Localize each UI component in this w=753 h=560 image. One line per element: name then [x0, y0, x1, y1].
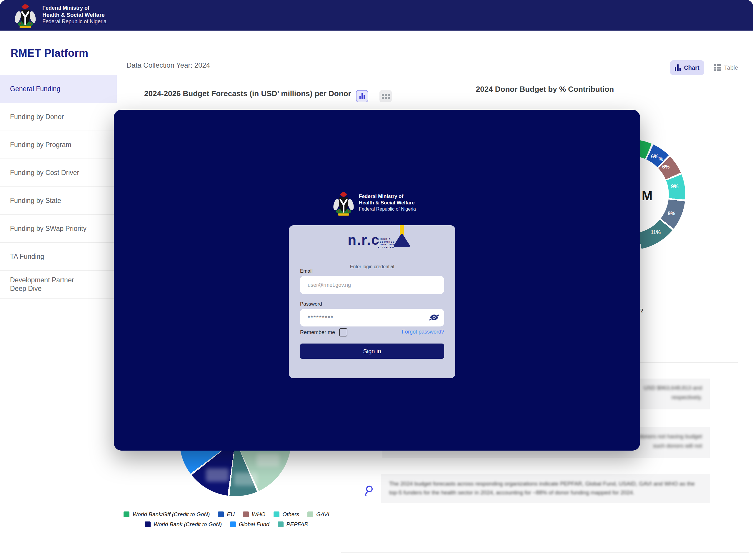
- legend-item: WHO: [243, 511, 265, 518]
- sidebar-menu: General Funding Funding by Donor Funding…: [0, 75, 117, 299]
- sidebar-item-funding-by-donor[interactable]: Funding by Donor: [0, 103, 117, 131]
- donut-slice-label: 6%: [662, 164, 670, 170]
- left-panel-divider: [115, 542, 335, 542]
- nrc-sub-line: PLATFORM: [378, 246, 402, 249]
- legend-swatch: [145, 521, 151, 527]
- donut-slice-label: 9%: [671, 183, 678, 190]
- chart-toggle-label: Chart: [684, 64, 699, 71]
- ministry-line3: Federal Republic of Nigeria: [359, 206, 416, 212]
- sidebar-item-ta-funding[interactable]: TA Funding: [0, 243, 117, 271]
- legend-swatch: [308, 512, 313, 517]
- legend-row-2: World Bank (Credit to GoN) Global Fund P…: [145, 521, 308, 528]
- legend-row-1: World Bank/Gff (Credit to GoN) EU WHO Ot…: [123, 511, 329, 518]
- sidebar-item-label: Funding by Cost Driver: [10, 168, 79, 177]
- rmet-dashboard-with-login-modal: Federal Ministry of Health & Social Welf…: [0, 0, 753, 560]
- sidebar-item-label: Development Partner Deep Dive: [10, 276, 83, 293]
- right-panel-bottom-divider: [341, 552, 749, 553]
- password-field[interactable]: [300, 309, 444, 326]
- ministry-line2: Health & Social Welfare: [42, 12, 106, 19]
- ministry-line3: Federal Republic of Nigeria: [42, 18, 106, 25]
- legend-label: Others: [282, 511, 299, 518]
- legend-item: PEPFAR: [278, 521, 309, 528]
- table-grid-icon: [382, 94, 390, 99]
- bar-chart-icon: [359, 93, 365, 99]
- bar-chart-icon: [675, 64, 681, 71]
- ministry-line1: Federal Ministry of: [42, 5, 106, 12]
- sidebar-item-label: Funding by State: [10, 197, 61, 205]
- legend-label: GAVI: [316, 511, 329, 518]
- right-chart-title: 2024 Donor Budget by % Contribution: [341, 85, 749, 94]
- legend-item: GAVI: [308, 511, 329, 518]
- data-collection-year-label: Data Collection Year: 2024: [126, 61, 210, 69]
- donut-slice-label: 6%: [651, 154, 658, 160]
- remember-me-label: Remember me: [300, 329, 335, 336]
- donut-slice-label: 11%: [651, 229, 661, 236]
- nrc-sub-line: COORDINATION: [378, 243, 402, 246]
- search-magnifier-icon[interactable]: [363, 485, 374, 498]
- sidebar-item-general-funding[interactable]: General Funding: [0, 75, 117, 103]
- sidebar-item-label: Funding by SWap Priority: [10, 224, 86, 233]
- nigeria-coat-of-arms-icon: [12, 2, 38, 29]
- sidebar-item-development-partner-deep-dive[interactable]: Development Partner Deep Dive: [0, 271, 117, 299]
- legend-label: WHO: [252, 511, 265, 518]
- legend-item: EU: [218, 511, 234, 518]
- sidebar-item-label: Funding by Donor: [10, 113, 64, 121]
- legend-swatch: [278, 521, 283, 527]
- legend-label: PEPFAR: [286, 521, 309, 528]
- sidebar-item-label: General Funding: [10, 85, 60, 93]
- nigeria-coat-of-arms-icon: [331, 190, 356, 217]
- legend-item: Global Fund: [230, 521, 270, 528]
- view-toggle-chart[interactable]: Chart: [670, 60, 704, 75]
- donut-center-value: M: [642, 188, 653, 203]
- pie-label-blurred: [234, 473, 257, 485]
- email-field[interactable]: [300, 276, 444, 294]
- legend-label: World Bank (Credit to GoN): [154, 521, 222, 528]
- sidebar-item-label: Funding by Program: [10, 141, 71, 149]
- table-toggle-label: Table: [724, 64, 738, 71]
- finding-block-3: The 2024 budget forecasts across respond…: [381, 474, 710, 503]
- sidebar-item-funding-by-cost-driver[interactable]: Funding by Cost Driver: [0, 159, 117, 187]
- sidebar-item-funding-by-state[interactable]: Funding by State: [0, 187, 117, 215]
- pie-label-blurred: [206, 468, 229, 482]
- login-card: n.r.c NIGERIA RESOURCE COORDINATION PLAT…: [289, 225, 455, 378]
- login-modal: Federal Ministry of Health & Social Welf…: [114, 110, 640, 451]
- legend-label: World Bank/Gff (Credit to GoN): [132, 511, 210, 518]
- legend-item: World Bank/Gff (Credit to GoN): [123, 511, 210, 518]
- sidebar-item-label: TA Funding: [10, 252, 44, 261]
- email-label: Email: [300, 268, 313, 274]
- legend-swatch: [123, 512, 130, 517]
- left-chart-title: 2024-2026 Budget Forecasts (in USD’ mill…: [144, 89, 353, 98]
- remember-me-checkbox[interactable]: [339, 328, 348, 337]
- forgot-password-link[interactable]: Forgot password?: [402, 329, 444, 335]
- legend-swatch: [274, 512, 279, 517]
- password-label: Password: [300, 301, 322, 307]
- pie-label-blurred: [257, 454, 279, 466]
- remember-me-row: Remember me: [300, 328, 348, 337]
- finding-text: The 2024 budget forecasts across respond…: [389, 479, 702, 497]
- legend-item: Others: [274, 511, 299, 518]
- legend-swatch: [218, 512, 224, 517]
- donut-slice-label: %: [659, 156, 663, 162]
- sign-in-button[interactable]: Sign in: [300, 343, 444, 359]
- view-toggle-table[interactable]: Table: [708, 60, 744, 75]
- nrc-sub-line: RESOURCE: [378, 241, 402, 243]
- ministry-brand: Federal Ministry of Health & Social Welf…: [359, 193, 416, 212]
- eye-off-icon[interactable]: [430, 314, 439, 321]
- legend-label: Global Fund: [239, 521, 270, 528]
- legend-item: World Bank (Credit to GoN): [145, 521, 222, 528]
- ministry-brand: Federal Ministry of Health & Social Welf…: [42, 5, 106, 25]
- nrc-logo: n.r.c: [348, 232, 380, 248]
- donut-slice-label: 9%: [668, 211, 675, 217]
- nrc-logo-subtext: NIGERIA RESOURCE COORDINATION PLATFORM: [378, 238, 402, 249]
- top-navbar: Federal Ministry of Health & Social Welf…: [0, 0, 753, 31]
- ministry-line2: Health & Social Welfare: [359, 200, 416, 206]
- legend-label: EU: [227, 511, 234, 518]
- table-grid-icon: [714, 64, 721, 71]
- app-title: RMET Platform: [11, 47, 88, 59]
- ministry-line1: Federal Ministry of: [359, 193, 416, 200]
- legend-swatch: [243, 512, 249, 517]
- sidebar-item-funding-by-program[interactable]: Funding by Program: [0, 131, 117, 159]
- nrc-sub-line: NIGERIA: [378, 238, 402, 241]
- sidebar-item-funding-by-swap-priority[interactable]: Funding by SWap Priority: [0, 215, 117, 243]
- pie-legend: World Bank/Gff (Credit to GoN) EU WHO Ot…: [113, 511, 340, 528]
